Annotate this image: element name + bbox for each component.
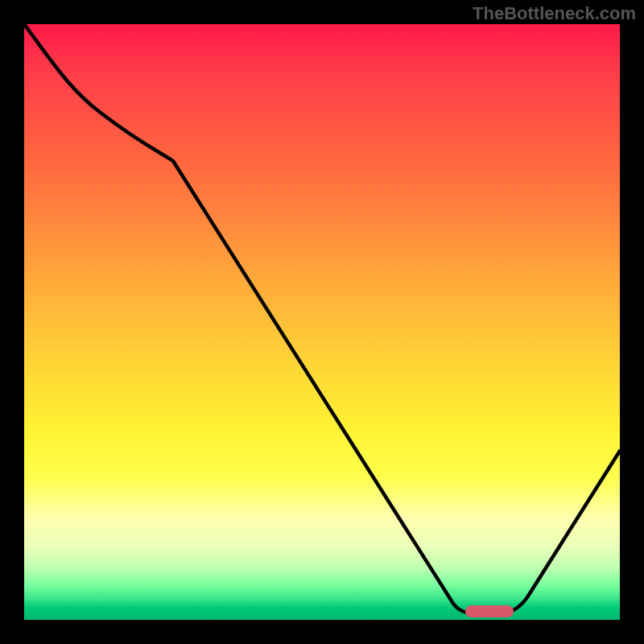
chart-overlay (24, 24, 620, 620)
optimal-range-marker (465, 605, 514, 617)
plot-area (24, 24, 620, 620)
watermark-text: TheBottleneck.com (473, 3, 636, 24)
bottleneck-curve (24, 24, 620, 613)
